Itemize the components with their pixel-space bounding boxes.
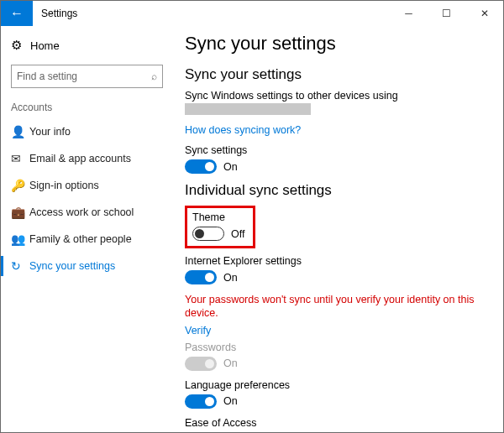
titlebar: ← Settings ─ ☐ ✕	[1, 1, 503, 26]
toggle-state: On	[223, 161, 238, 173]
key-icon: 🔑	[11, 179, 29, 192]
maximize-button[interactable]: ☐	[428, 1, 465, 26]
section-heading-sync: Sync your settings	[185, 66, 488, 83]
passwords-toggle	[185, 357, 217, 371]
people-icon: 👥	[11, 232, 29, 246]
sync-settings-toggle[interactable]	[185, 159, 217, 174]
maximize-icon: ☐	[442, 8, 451, 19]
sidebar-item-sync[interactable]: ↻ Sync your settings	[1, 253, 173, 279]
toggle-state: On	[223, 395, 238, 407]
home-nav[interactable]: ⚙ Home	[1, 33, 173, 58]
section-heading-individual: Individual sync settings	[185, 182, 488, 199]
sidebar-item-signin[interactable]: 🔑 Sign-in options	[1, 172, 173, 199]
toggle-ease-label: Ease of Access	[185, 417, 488, 429]
sidebar-item-your-info[interactable]: 👤 Your info	[1, 118, 173, 145]
ie-toggle[interactable]	[185, 270, 217, 284]
back-button[interactable]: ←	[1, 1, 33, 26]
sidebar-item-label: Family & other people	[29, 233, 132, 245]
sidebar-item-label: Your info	[29, 126, 71, 138]
sync-icon: ↻	[11, 259, 29, 273]
sidebar-section-label: Accounts	[1, 98, 173, 118]
gear-icon: ⚙	[11, 38, 22, 53]
mail-icon: ✉	[11, 152, 29, 165]
close-icon: ✕	[480, 8, 489, 19]
close-button[interactable]: ✕	[465, 1, 503, 26]
sidebar-item-family[interactable]: 👥 Family & other people	[1, 226, 173, 253]
sidebar-item-label: Access work or school	[29, 206, 134, 218]
search-placeholder: Find a setting	[17, 70, 77, 82]
toggle-label: Sync settings	[185, 144, 488, 156]
highlight-box: Theme Off	[185, 206, 255, 248]
sidebar-item-work-school[interactable]: 💼 Access work or school	[1, 199, 173, 226]
sidebar-item-label: Sign-in options	[29, 180, 99, 191]
person-icon: 👤	[11, 125, 29, 138]
language-toggle[interactable]	[185, 394, 217, 409]
minimize-icon: ─	[405, 8, 412, 19]
toggle-state: On	[223, 272, 238, 284]
minimize-button[interactable]: ─	[390, 1, 428, 26]
window-controls: ─ ☐ ✕	[390, 1, 503, 26]
toggle-label: Passwords	[185, 342, 488, 353]
sidebar: ⚙ Home Find a setting ⌕ Accounts 👤 Your …	[1, 26, 173, 432]
sidebar-item-label: Email & app accounts	[29, 153, 131, 164]
account-name-redacted	[185, 103, 311, 115]
toggle-language: Language preferences On	[185, 379, 488, 409]
back-arrow-icon: ←	[10, 6, 24, 21]
briefcase-icon: 💼	[11, 206, 29, 219]
toggle-state: Off	[231, 228, 244, 240]
theme-toggle[interactable]	[192, 227, 224, 241]
toggle-passwords: Passwords On	[185, 342, 488, 371]
toggle-ie: Internet Explorer settings On	[185, 255, 488, 284]
search-icon: ⌕	[151, 70, 157, 82]
toggle-sync-settings: Sync settings On	[185, 144, 488, 174]
password-warning: Your passwords won't sync until you veri…	[185, 293, 488, 321]
home-label: Home	[30, 39, 60, 52]
sync-description: Sync Windows settings to other devices u…	[185, 90, 488, 102]
toggle-state: On	[223, 357, 238, 369]
toggle-theme: Theme Off	[192, 211, 244, 241]
search-input[interactable]: Find a setting ⌕	[11, 65, 163, 88]
verify-link[interactable]: Verify	[185, 325, 211, 336]
toggle-label: Internet Explorer settings	[185, 255, 488, 267]
toggle-label: Theme	[192, 211, 244, 223]
content-pane: Sync your settings Sync your settings Sy…	[173, 26, 503, 432]
window-title: Settings	[33, 8, 390, 19]
toggle-label: Language preferences	[185, 379, 488, 391]
how-syncing-works-link[interactable]: How does syncing work?	[185, 124, 301, 136]
sidebar-item-label: Sync your settings	[29, 260, 115, 272]
sidebar-item-email[interactable]: ✉ Email & app accounts	[1, 145, 173, 172]
page-title: Sync your settings	[185, 33, 488, 55]
